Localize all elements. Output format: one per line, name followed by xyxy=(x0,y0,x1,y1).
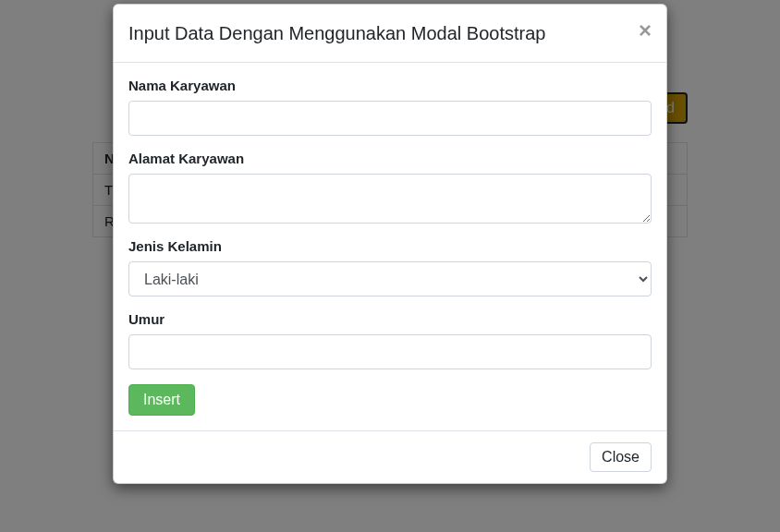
alamat-label: Alamat Karyawan xyxy=(128,151,652,166)
insert-button[interactable]: Insert xyxy=(128,384,195,416)
modal-header: Input Data Dengan Menggunakan Modal Boot… xyxy=(114,5,666,63)
jenis-select[interactable]: Laki-laki xyxy=(128,261,652,296)
alamat-textarea[interactable] xyxy=(128,174,652,224)
umur-input[interactable] xyxy=(128,334,652,369)
close-icon[interactable]: × xyxy=(639,19,652,42)
close-button[interactable]: Close xyxy=(590,442,652,472)
nama-input[interactable] xyxy=(128,101,652,136)
modal-footer: Close xyxy=(114,430,666,483)
modal-content: Input Data Dengan Menggunakan Modal Boot… xyxy=(113,4,667,484)
modal-dialog: Input Data Dengan Menggunakan Modal Boot… xyxy=(113,4,667,484)
umur-label: Umur xyxy=(128,311,652,327)
jenis-label: Jenis Kelamin xyxy=(128,238,652,254)
nama-label: Nama Karyawan xyxy=(128,78,652,93)
modal-backdrop[interactable]: Input Data Dengan Menggunakan Modal Boot… xyxy=(0,0,780,532)
modal-body: Nama Karyawan Alamat Karyawan Jenis Kela… xyxy=(114,63,666,430)
modal-title: Input Data Dengan Menggunakan Modal Boot… xyxy=(128,19,545,47)
